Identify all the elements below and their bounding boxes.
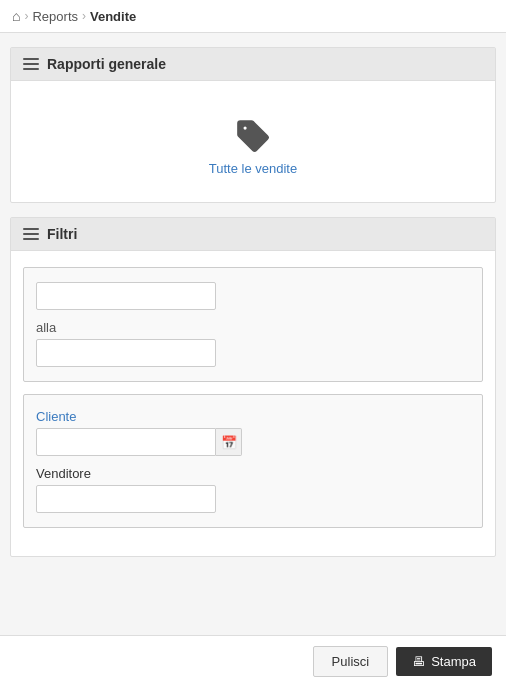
venditore-group: Venditore: [36, 466, 470, 513]
tag-icon: [234, 117, 272, 155]
rapporti-section-title: Rapporti generale: [47, 56, 166, 72]
filtri-section-icon: [23, 228, 39, 240]
cliente-calendar-button[interactable]: 📅: [216, 428, 242, 456]
stampa-button[interactable]: 🖶 Stampa: [396, 647, 492, 676]
action-bar: Pulisci 🖶 Stampa: [0, 635, 506, 687]
breadcrumb-sep-2: ›: [82, 9, 86, 23]
venditore-input[interactable]: [36, 485, 216, 513]
rapporti-section-icon: [23, 58, 39, 70]
rapporti-section: Rapporti generale Tutte le vendite: [10, 47, 496, 203]
stampa-label: Stampa: [431, 654, 476, 669]
breadcrumb-reports-link[interactable]: Reports: [32, 9, 78, 24]
date-to-input[interactable]: [36, 339, 216, 367]
cliente-venditore-box: Cliente 📅 Venditore: [23, 394, 483, 528]
tutte-le-vendite-link[interactable]: Tutte le vendite: [209, 161, 297, 176]
alla-label-group: alla: [36, 320, 470, 367]
cliente-input-wrapper: 📅: [36, 428, 470, 456]
date-range-box: alla: [23, 267, 483, 382]
rapporti-section-body: Tutte le vendite: [11, 81, 495, 202]
breadcrumb-current: Vendite: [90, 9, 136, 24]
calendar-icon: 📅: [221, 435, 237, 450]
rapporti-section-header: Rapporti generale: [11, 48, 495, 81]
pulisci-button[interactable]: Pulisci: [313, 646, 389, 677]
cliente-label: Cliente: [36, 409, 470, 424]
filtri-section-title: Filtri: [47, 226, 77, 242]
home-icon[interactable]: ⌂: [12, 8, 20, 24]
filtri-section-body: alla Cliente 📅 Venditore: [11, 251, 495, 556]
date-from-input[interactable]: [36, 282, 216, 310]
cliente-group: Cliente 📅: [36, 409, 470, 456]
date-from-group: [36, 282, 470, 310]
filtri-section-header: Filtri: [11, 218, 495, 251]
cliente-input[interactable]: [36, 428, 216, 456]
tutte-le-vendite-area: Tutte le vendite: [23, 97, 483, 186]
breadcrumb-sep-1: ›: [24, 9, 28, 23]
filtri-section: Filtri alla Cliente 📅: [10, 217, 496, 557]
alla-label: alla: [36, 320, 470, 335]
venditore-label: Venditore: [36, 466, 470, 481]
breadcrumb: ⌂ › Reports › Vendite: [0, 0, 506, 33]
printer-icon: 🖶: [412, 654, 425, 669]
